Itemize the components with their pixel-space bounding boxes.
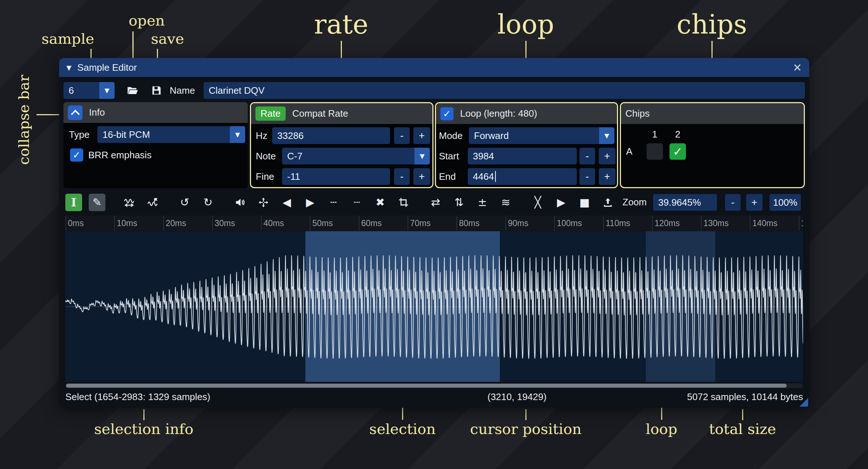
zoom-out-button[interactable]: - — [725, 194, 741, 211]
edit-mode-draw-button[interactable]: ✎ — [89, 194, 105, 211]
reverse-button[interactable]: ⇄ — [427, 194, 444, 211]
chip-a-1-checkbox[interactable] — [647, 143, 663, 160]
annotation-rate: rate — [314, 10, 369, 39]
open-button[interactable] — [124, 82, 141, 99]
chevron-down-icon[interactable]: ▼ — [414, 148, 430, 164]
wave-resample-icon — [147, 197, 158, 208]
window-resize-grip[interactable] — [799, 398, 808, 407]
resample-button[interactable] — [144, 194, 161, 211]
filter-button[interactable]: ≋ — [497, 194, 514, 211]
undo-button[interactable]: ↺ — [176, 194, 193, 211]
annotation-line-cursor-position — [525, 409, 526, 420]
loop-start-minus-button[interactable]: - — [579, 148, 595, 164]
loop-enable-checkbox[interactable]: ✓ — [440, 107, 454, 120]
status-selection-info: Select (1654-2983: 1329 samples) — [65, 391, 210, 403]
loop-start-input[interactable]: 3984 — [468, 148, 577, 164]
fade-out-button[interactable]: ▶ — [302, 194, 319, 211]
fine-minus-button[interactable]: - — [394, 168, 410, 185]
ruler-tick — [65, 216, 66, 231]
save-button[interactable] — [148, 82, 165, 99]
info-header-label: Info — [89, 107, 105, 118]
ruler-label: 20ms — [166, 218, 186, 228]
window-titlebar[interactable]: ▼ Sample Editor ✕ — [59, 58, 809, 77]
annotation-selection: selection — [369, 421, 436, 437]
amplify-button[interactable] — [232, 194, 248, 211]
crop-icon — [398, 197, 409, 208]
info-panel-header: Info — [63, 102, 248, 123]
annotation-line-total-size — [742, 409, 743, 420]
edit-mode-select-button[interactable]: I — [65, 194, 82, 211]
cross-icon: ✖ — [375, 197, 385, 208]
hz-plus-button[interactable]: + — [413, 127, 430, 144]
ruler-label: 30ms — [215, 218, 235, 228]
hz-input[interactable]: 33286 — [272, 127, 390, 144]
loop-end-plus-button[interactable]: + — [599, 168, 616, 185]
fine-input[interactable]: -11 — [282, 168, 390, 185]
mode-label: Mode — [439, 127, 463, 144]
annotation-open: open — [128, 12, 165, 28]
triangle-left-icon: ◀ — [282, 197, 291, 208]
chevron-down-icon[interactable]: ▼ — [99, 82, 115, 99]
folder-open-icon — [127, 85, 138, 96]
trim-button[interactable] — [395, 194, 412, 211]
normalize-button[interactable] — [255, 194, 272, 211]
insert-silence-button[interactable]: ┄ — [325, 194, 342, 211]
speaker-icon — [235, 197, 246, 208]
preview-stop-button[interactable]: ■ — [576, 194, 593, 211]
hz-minus-button[interactable]: - — [394, 127, 410, 144]
sample-select-value: 6 — [63, 85, 74, 96]
chip-a-2-checkbox[interactable]: ✓ — [670, 143, 686, 160]
redo-button[interactable]: ↻ — [200, 194, 216, 211]
loop-header-label: Loop (length: 480) — [460, 108, 537, 119]
hz-label: Hz — [256, 127, 267, 144]
mode-dropdown[interactable]: Forward ▼ — [469, 127, 614, 144]
loop-end-minus-button[interactable]: - — [579, 168, 595, 185]
waveform-scrollbar[interactable] — [65, 383, 803, 388]
rate-badge[interactable]: Rate — [255, 106, 286, 121]
rate-panel: Rate Compat Rate Hz 33286 - + Note C-7 ▼… — [250, 102, 433, 188]
zoom-label: Zoom — [622, 194, 647, 210]
note-dropdown[interactable]: C-7 ▼ — [282, 148, 430, 164]
fade-in-button[interactable]: ◀ — [278, 194, 295, 211]
collapse-bar-button[interactable] — [68, 105, 82, 120]
chevron-down-icon[interactable]: ▼ — [230, 126, 245, 143]
delete-button[interactable]: ✖ — [372, 194, 389, 211]
ruler-tick — [359, 216, 359, 231]
resize-button[interactable] — [121, 194, 138, 211]
close-icon[interactable]: ✕ — [793, 61, 802, 74]
chips-panel-header: Chips — [621, 103, 804, 124]
import-button[interactable] — [599, 194, 616, 211]
hz-input-value: 33286 — [277, 130, 304, 142]
apply-silence-button[interactable]: ┈ — [348, 194, 365, 211]
type-dropdown[interactable]: 16-bit PCM ▼ — [97, 126, 245, 143]
name-input[interactable]: Clarinet DQV — [204, 82, 805, 99]
chevron-down-icon[interactable]: ▼ — [599, 127, 614, 144]
fine-plus-button[interactable]: + — [413, 168, 430, 185]
zoom-in-button[interactable]: + — [746, 194, 763, 211]
sample-select[interactable]: 6 ▼ — [63, 82, 115, 99]
waveform-canvas[interactable] — [65, 231, 803, 382]
zoom-reset-button[interactable]: 100% — [769, 194, 801, 211]
waveform-view[interactable] — [65, 231, 803, 382]
scrollbar-thumb[interactable] — [66, 384, 787, 388]
sign-invert-button[interactable]: ± — [474, 194, 491, 211]
preview-play-button[interactable]: ▶ — [553, 194, 570, 211]
window-collapse-icon[interactable]: ▼ — [66, 64, 72, 71]
rate-header-label: Compat Rate — [292, 108, 348, 119]
invert-button[interactable]: ⇅ — [451, 194, 467, 211]
zoom-input[interactable]: 39.9645% — [653, 194, 717, 211]
ruler-tick — [799, 216, 799, 231]
loop-panel-header: ✓ Loop (length: 480) — [436, 103, 617, 124]
ruler-tick — [750, 216, 751, 231]
crossfade-button[interactable]: ╳ — [529, 194, 546, 211]
loop-start-value: 3984 — [473, 151, 494, 162]
fine-label: Fine — [256, 168, 274, 185]
loop-panel: ✓ Loop (length: 480) Mode Forward ▼ Star… — [435, 102, 618, 188]
ruler-tick — [456, 216, 457, 231]
filter-wave-icon: ≋ — [501, 197, 510, 208]
brr-emphasis-checkbox[interactable]: ✓ — [70, 148, 83, 162]
ruler-label: 100ms — [557, 218, 582, 228]
mode-dropdown-value: Forward — [469, 130, 509, 142]
loop-start-plus-button[interactable]: + — [599, 148, 616, 164]
loop-end-input[interactable]: 4464 — [468, 168, 577, 185]
